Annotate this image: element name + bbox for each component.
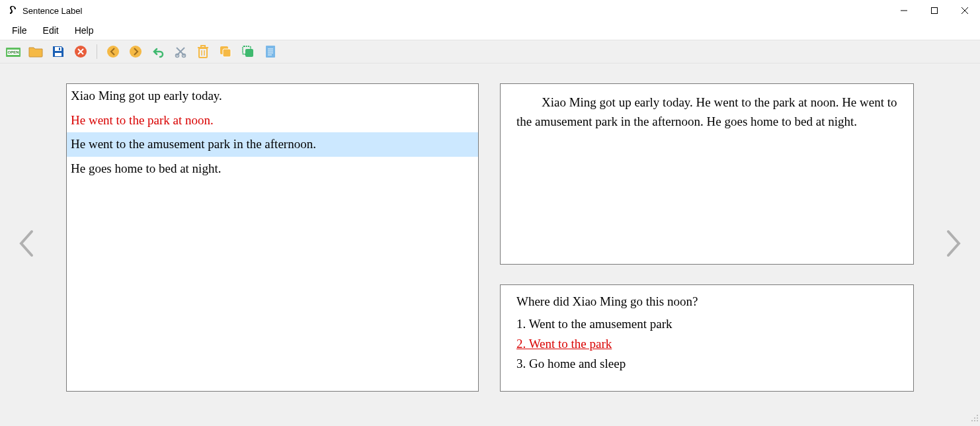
undo-icon[interactable] [149, 42, 167, 61]
workspace: Xiao Ming got up early today.He went to … [0, 64, 980, 426]
sentence-row[interactable]: He went to the park at noon. [67, 108, 478, 133]
window-title: Sentence Label [22, 6, 82, 16]
svg-rect-8 [55, 53, 61, 56]
close-doc-icon[interactable] [71, 42, 90, 61]
svg-rect-28 [266, 46, 275, 58]
svg-rect-9 [59, 48, 60, 50]
svg-point-34 [974, 417, 975, 419]
svg-rect-7 [55, 47, 61, 51]
svg-rect-25 [223, 49, 231, 57]
svg-point-38 [977, 420, 978, 421]
sentence-row[interactable]: He went to the amusement park in the aft… [67, 132, 478, 157]
copy-icon[interactable] [216, 42, 235, 61]
next-icon[interactable] [126, 42, 145, 61]
toolbar: OPEN [0, 40, 980, 64]
menu-edit[interactable]: Edit [36, 24, 65, 37]
delete-icon[interactable] [194, 42, 212, 61]
folder-icon[interactable] [26, 42, 45, 61]
document-icon[interactable] [261, 42, 280, 61]
svg-point-14 [130, 46, 142, 58]
menu-help[interactable]: Help [68, 24, 101, 37]
next-page-arrow[interactable] [944, 229, 963, 261]
save-icon[interactable] [49, 42, 67, 61]
paste-icon[interactable] [239, 42, 257, 61]
menubar: File Edit Help [0, 21, 980, 40]
answer-option[interactable]: 2. Went to the park [516, 337, 897, 351]
sentence-row[interactable]: Xiao Ming got up early today. [67, 84, 478, 108]
paragraph-panel: Xiao Ming got up early today. He went to… [500, 83, 914, 265]
svg-rect-27 [245, 49, 253, 57]
cut-icon[interactable] [171, 42, 190, 61]
sentence-row[interactable]: He goes home to bed at night. [67, 157, 478, 181]
svg-rect-1 [932, 8, 938, 14]
prev-icon[interactable] [104, 42, 122, 61]
sentence-list-panel: Xiao Ming got up early today.He went to … [66, 83, 479, 392]
answer-option[interactable]: 3. Go home and sleep [516, 357, 897, 371]
close-button[interactable] [950, 0, 980, 21]
titlebar: Sentence Label [0, 0, 980, 21]
prev-page-arrow[interactable] [17, 229, 36, 261]
qa-panel: Where did Xiao Ming go this noon? 1. Wen… [500, 284, 914, 392]
svg-text:OPEN: OPEN [7, 50, 19, 54]
paragraph-text: Xiao Ming got up early today. He went to… [516, 93, 897, 131]
menu-file[interactable]: File [5, 24, 34, 37]
svg-point-13 [107, 46, 119, 58]
resize-grip[interactable] [969, 413, 979, 425]
question-text: Where did Xiao Ming go this noon? [516, 294, 897, 309]
open-file-icon[interactable]: OPEN [4, 42, 22, 61]
svg-point-37 [974, 420, 975, 421]
svg-point-36 [971, 420, 973, 421]
svg-point-33 [977, 415, 978, 416]
minimize-button[interactable] [889, 0, 919, 21]
svg-rect-23 [201, 46, 205, 48]
answer-option[interactable]: 1. Went to the amusement park [516, 317, 897, 331]
toolbar-separator [97, 44, 97, 59]
svg-point-35 [977, 417, 978, 419]
maximize-button[interactable] [919, 0, 950, 21]
svg-rect-19 [199, 48, 207, 58]
app-icon [7, 5, 17, 16]
